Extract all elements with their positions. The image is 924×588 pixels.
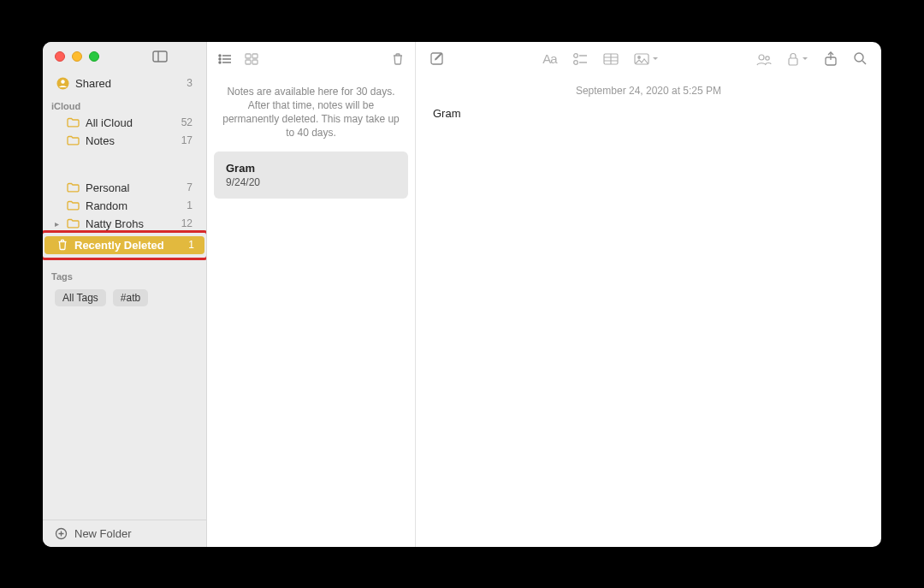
sidebar-item-label: Random [86, 199, 127, 212]
window-controls [55, 51, 99, 62]
sidebar-item-label: Shared [75, 77, 111, 90]
folder-icon [67, 182, 80, 193]
svg-point-20 [573, 60, 578, 64]
compose-icon[interactable] [429, 51, 445, 67]
app-window: Shared 3 iCloud All iCloud 52 Notes 17 [43, 42, 881, 547]
note-title: Gram [226, 162, 396, 175]
sidebar-item-label: Personal [86, 181, 129, 194]
svg-point-7 [219, 55, 221, 56]
sidebar-item-label: All iCloud [86, 116, 133, 129]
sidebar-item-count: 12 [181, 217, 192, 229]
sidebar-item-count: 52 [181, 116, 192, 128]
media-icon[interactable] [634, 53, 659, 65]
notes-list-column: Notes are available here for 30 days. Af… [207, 42, 416, 547]
titlebar [43, 42, 206, 69]
search-icon[interactable] [853, 51, 868, 66]
svg-point-29 [766, 56, 769, 59]
folder-icon [67, 200, 80, 211]
svg-point-28 [759, 55, 764, 60]
sidebar: Shared 3 iCloud All iCloud 52 Notes 17 [43, 42, 207, 547]
deleted-info-message: Notes are available here for 30 days. Af… [207, 76, 415, 152]
sidebar-item-recently-deleted[interactable]: Recently Deleted 1 [44, 236, 204, 254]
highlight-recently-deleted: Recently Deleted 1 [43, 233, 206, 258]
tag-all[interactable]: All Tags [55, 289, 106, 306]
sidebar-content: Shared 3 iCloud All iCloud 52 Notes 17 [43, 69, 206, 520]
svg-rect-14 [252, 54, 258, 58]
tag-atb[interactable]: #atb [113, 289, 148, 306]
sidebar-item-personal[interactable]: Personal 7 [43, 179, 206, 197]
list-view-icon[interactable] [217, 53, 233, 65]
trash-icon [56, 239, 68, 251]
collaborate-icon[interactable] [756, 52, 772, 66]
svg-point-32 [855, 53, 863, 62]
editor-toolbar: Aa [416, 42, 881, 76]
svg-point-9 [219, 58, 221, 60]
sidebar-item-notes[interactable]: Notes 17 [43, 132, 206, 150]
sidebar-item-count: 1 [188, 239, 194, 251]
note-list-item[interactable]: Gram 9/24/20 [214, 151, 408, 199]
close-icon[interactable] [55, 51, 65, 62]
svg-rect-30 [789, 58, 797, 65]
tags-row: All Tags #atb [43, 284, 206, 312]
note-date: 9/24/20 [226, 176, 396, 188]
zoom-icon[interactable] [89, 51, 99, 62]
sidebar-toggle-icon[interactable] [152, 50, 168, 62]
share-icon[interactable] [824, 51, 838, 67]
folder-icon [67, 117, 80, 128]
svg-rect-15 [246, 60, 251, 64]
sidebar-item-count: 1 [187, 199, 192, 211]
folder-icon [67, 218, 80, 229]
lock-icon[interactable] [787, 52, 808, 66]
svg-rect-0 [153, 51, 167, 62]
sidebar-item-count: 17 [181, 134, 192, 146]
shared-icon [56, 77, 69, 90]
gallery-view-icon[interactable] [245, 53, 258, 65]
checklist-icon[interactable] [572, 52, 588, 66]
sidebar-item-natty-brohs[interactable]: ▸ Natty Brohs 12 [43, 215, 206, 233]
sidebar-item-count: 3 [187, 77, 192, 89]
new-folder-button[interactable]: New Folder [43, 520, 206, 547]
sidebar-item-label: Natty Brohs [86, 217, 144, 230]
sidebar-item-random[interactable]: Random 1 [43, 197, 206, 215]
sidebar-item-shared[interactable]: Shared 3 [43, 74, 206, 92]
list-toolbar [207, 42, 415, 76]
sidebar-item-all-icloud[interactable]: All iCloud 52 [43, 114, 206, 132]
chevron-right-icon[interactable]: ▸ [55, 219, 59, 229]
note-body[interactable]: Gram [416, 102, 881, 125]
sidebar-item-label: Notes [86, 134, 115, 147]
plus-circle-icon [55, 527, 68, 540]
sidebar-section-tags: Tags [43, 258, 206, 284]
svg-point-18 [573, 53, 578, 57]
sidebar-item-label: Recently Deleted [74, 239, 164, 252]
note-timestamp: September 24, 2020 at 5:25 PM [416, 76, 881, 102]
svg-point-11 [219, 62, 221, 63]
sidebar-section-icloud: iCloud [43, 92, 206, 114]
minimize-icon[interactable] [72, 51, 82, 62]
svg-rect-16 [252, 60, 258, 64]
svg-rect-13 [246, 54, 251, 58]
format-text-icon[interactable]: Aa [542, 51, 556, 66]
note-content-column: Aa Se [416, 42, 881, 547]
svg-point-3 [61, 80, 64, 83]
table-icon[interactable] [603, 53, 619, 65]
svg-point-27 [637, 56, 640, 58]
svg-line-33 [862, 61, 866, 64]
delete-note-icon[interactable] [391, 52, 405, 66]
new-folder-label: New Folder [74, 527, 131, 540]
folder-icon [67, 135, 80, 146]
sidebar-item-count: 7 [187, 181, 192, 193]
